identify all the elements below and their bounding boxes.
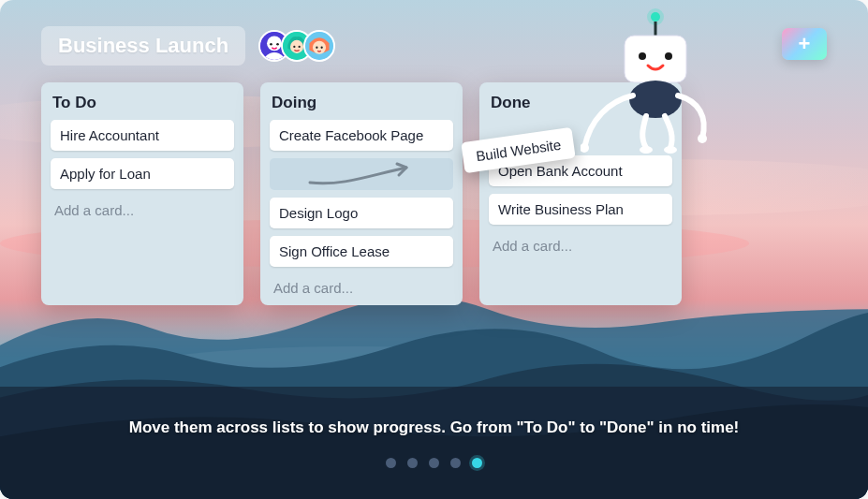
card[interactable]: Design Logo: [270, 198, 453, 228]
board-lists: To Do Hire Accountant Apply for Loan Add…: [41, 82, 682, 305]
svg-point-11: [293, 46, 295, 48]
pager-dot[interactable]: [429, 458, 439, 468]
card[interactable]: Write Business Plan: [489, 194, 672, 225]
caption-bar: Move them across lists to show progress.…: [0, 387, 868, 499]
svg-point-15: [316, 47, 317, 49]
list-todo: To Do Hire Accountant Apply for Loan Add…: [41, 82, 243, 305]
svg-point-12: [299, 46, 301, 48]
kanban-stage: Business Launch + To Do Hire Accountant …: [0, 0, 868, 499]
pager-dot-active[interactable]: [472, 458, 482, 468]
avatar-3[interactable]: [303, 30, 335, 62]
add-card[interactable]: Add a card...: [489, 232, 672, 254]
add-card[interactable]: Add a card...: [270, 274, 453, 296]
svg-point-8: [276, 43, 279, 46]
svg-point-16: [321, 47, 323, 49]
list-title: Done: [489, 92, 672, 120]
pager-dots: [386, 458, 482, 468]
add-button[interactable]: +: [782, 28, 827, 60]
list-done: Done Open Bank Account Write Business Pl…: [479, 82, 682, 305]
pager-dot[interactable]: [386, 458, 396, 468]
card[interactable]: Create Facebook Page: [270, 120, 453, 151]
list-doing: Doing Create Facebook Page Design Logo S…: [260, 82, 463, 305]
board-title[interactable]: Business Launch: [41, 26, 245, 66]
drag-arrow-icon: [305, 160, 418, 188]
svg-point-7: [270, 43, 272, 46]
list-title: To Do: [51, 92, 234, 120]
avatar-stack: [258, 30, 335, 62]
card-drop-placeholder[interactable]: [270, 158, 453, 190]
pager-dot[interactable]: [450, 458, 461, 468]
list-title: Doing: [270, 92, 453, 120]
add-card[interactable]: Add a card...: [51, 197, 234, 218]
pager-dot[interactable]: [407, 458, 418, 468]
card[interactable]: Apply for Loan: [51, 158, 234, 189]
card[interactable]: Hire Accountant: [51, 120, 234, 151]
card[interactable]: Sign Office Lease: [270, 236, 453, 267]
board-header: Business Launch: [41, 26, 335, 66]
caption-text: Move them across lists to show progress.…: [129, 418, 740, 437]
